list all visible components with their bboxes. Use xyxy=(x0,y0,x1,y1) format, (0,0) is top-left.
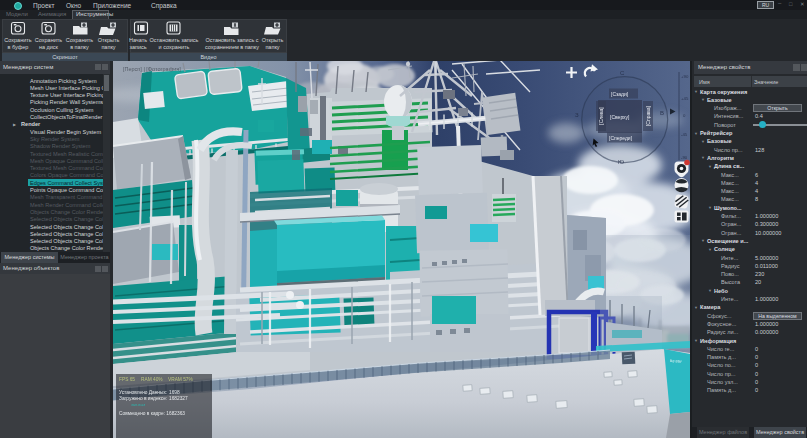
svg-text:[Слева]: [Слева] xyxy=(598,107,604,125)
svg-text:1682327: 1682327 xyxy=(169,396,188,401)
svg-text:[Сзади]: [Сзади] xyxy=(611,91,629,97)
svg-text:-90: -90 xyxy=(681,155,688,160)
svg-text:зап.выз: зап.выз xyxy=(131,402,145,407)
svg-text:FPS 65: FPS 65 xyxy=(119,377,135,382)
svg-text:С: С xyxy=(620,70,625,76)
svg-text:Установлено Данных:: Установлено Данных: xyxy=(119,390,167,395)
svg-text:1698: 1698 xyxy=(169,390,180,395)
svg-text:З: З xyxy=(575,112,579,118)
svg-text:[Спереди]: [Спереди] xyxy=(609,135,633,141)
svg-text:Загружено в индексе:: Загружено в индексе: xyxy=(119,396,167,401)
svg-text:VRAM 57%: VRAM 57% xyxy=(168,377,194,382)
svg-text:[Персп] | [Фотография]: [Персп] | [Фотография] xyxy=(123,66,181,72)
svg-text:[Справа]: [Справа] xyxy=(645,105,651,126)
svg-text:-45: -45 xyxy=(681,132,688,137)
svg-text:+90: +90 xyxy=(681,74,689,79)
svg-text:Совмещено в кадре: 1682363: Совмещено в кадре: 1682363 xyxy=(119,411,185,416)
svg-text:[Сверху]: [Сверху] xyxy=(610,114,630,120)
svg-text:+45: +45 xyxy=(681,96,689,101)
svg-text:Ю: Ю xyxy=(618,159,624,165)
svg-text:RAM 40%: RAM 40% xyxy=(141,377,163,382)
svg-text:В: В xyxy=(660,110,664,116)
